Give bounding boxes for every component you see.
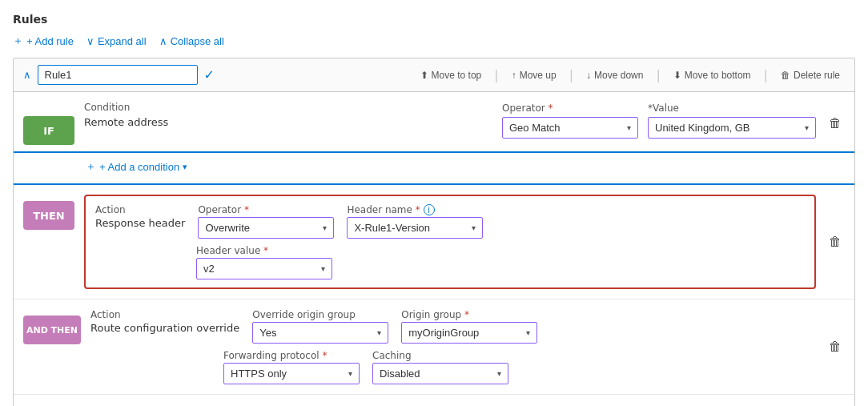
then-section: THEN Action Response header Operator * O… <box>14 185 854 299</box>
add-action-row: ＋ + Add an action ▾ <box>14 395 854 406</box>
origin-group-chevron: ▾ <box>526 328 530 337</box>
condition-value: Remote address <box>84 116 168 128</box>
if-section: IF Condition Remote address Operator * <box>14 92 854 153</box>
delete-and-then-button[interactable]: 🗑 <box>826 336 845 357</box>
move-to-top-icon: ⬆ <box>420 70 428 81</box>
move-to-top-button[interactable]: ⬆ Move to top <box>416 66 487 84</box>
override-origin-dropdown[interactable]: Yes ▾ <box>252 322 388 344</box>
delete-rule-icon: 🗑 <box>781 70 790 81</box>
move-to-bottom-icon: ⬇ <box>673 70 681 81</box>
plus-icon: ＋ <box>13 34 23 48</box>
operator-dropdown[interactable]: Geo Match ▾ <box>502 117 638 139</box>
delete-rule-button[interactable]: 🗑 Delete rule <box>776 66 845 84</box>
add-action-icon: ＋ <box>23 403 34 406</box>
and-then-badge: AND THEN <box>23 316 81 344</box>
operator-label: Operator * <box>502 103 553 114</box>
value-label: *Value <box>648 103 679 114</box>
header-name-label: Header name * <box>347 204 420 215</box>
override-origin-chevron: ▾ <box>377 328 381 337</box>
move-up-icon: ↑ <box>512 70 516 81</box>
add-action-button[interactable]: ＋ + Add an action <box>23 403 109 406</box>
if-badge: IF <box>23 116 74 145</box>
then-operator-chevron: ▾ <box>323 223 327 232</box>
add-rule-button[interactable]: ＋ + Add rule <box>13 34 74 48</box>
forwarding-protocol-label: Forwarding protocol * <box>223 350 360 361</box>
rule-card: ∧ ✓ ⬆ Move to top | ↑ Move up | ↓ Move d… <box>13 58 855 406</box>
page-title: Rules <box>13 13 855 26</box>
action-value: Response header <box>95 217 185 229</box>
and-then-action-value: Route configuration override <box>90 322 239 334</box>
value-dropdown-chevron: ▾ <box>805 123 809 132</box>
origin-group-dropdown[interactable]: myOriginGroup ▾ <box>401 322 537 344</box>
collapse-all-button[interactable]: ∧ Collapse all <box>159 35 224 47</box>
add-condition-row: ＋ + Add a condition ▾ <box>14 153 854 185</box>
origin-group-label: Origin group * <box>401 309 537 320</box>
collapse-icon: ∧ <box>159 35 167 47</box>
rule-body: IF Condition Remote address Operator * <box>14 92 854 406</box>
caching-chevron: ▾ <box>497 369 501 378</box>
and-then-section: AND THEN Action Route configuration over… <box>14 299 854 395</box>
header-name-chevron: ▾ <box>472 223 476 232</box>
delete-if-section-button[interactable]: 🗑 <box>826 113 845 134</box>
action-label: Action <box>95 204 185 215</box>
rule-name-input[interactable] <box>38 65 198 85</box>
then-operator-dropdown[interactable]: Overwrite ▾ <box>198 217 334 239</box>
page-container: Rules ＋ + Add rule ∨ Expand all ∧ Collap… <box>13 13 855 406</box>
header-value-label: Header value * <box>196 245 332 256</box>
collapse-rule-icon[interactable]: ∧ <box>23 69 31 81</box>
move-down-icon: ↓ <box>586 70 591 81</box>
then-badge: THEN <box>23 201 74 230</box>
then-operator-label: Operator * <box>198 204 334 215</box>
rule-header: ∧ ✓ ⬆ Move to top | ↑ Move up | ↓ Move d… <box>14 58 854 92</box>
header-name-dropdown[interactable]: X-Rule1-Version ▾ <box>347 217 483 239</box>
header-name-info-icon[interactable]: i <box>424 204 435 215</box>
then-highlighted-box: Action Response header Operator * Overwr… <box>84 195 816 289</box>
add-condition-button[interactable]: ＋ + Add a condition <box>86 159 179 174</box>
and-then-action-label: Action <box>90 309 239 320</box>
header-value-dropdown[interactable]: v2 ▾ <box>196 258 332 279</box>
confirm-rule-name-icon[interactable]: ✓ <box>204 67 215 82</box>
header-value-chevron: ▾ <box>321 264 325 273</box>
add-condition-chevron: ▾ <box>183 162 187 172</box>
move-up-button[interactable]: ↑ Move up <box>507 66 561 84</box>
add-condition-icon: ＋ <box>86 159 96 174</box>
toolbar: ＋ + Add rule ∨ Expand all ∧ Collapse all <box>13 34 855 48</box>
operator-dropdown-chevron: ▾ <box>627 123 631 132</box>
value-dropdown[interactable]: United Kingdom, GB ▾ <box>648 117 816 139</box>
expand-all-button[interactable]: ∨ Expand all <box>86 35 147 47</box>
expand-icon: ∨ <box>86 35 94 47</box>
forwarding-protocol-dropdown[interactable]: HTTPS only ▾ <box>223 363 360 384</box>
forwarding-protocol-chevron: ▾ <box>348 369 352 378</box>
override-origin-label: Override origin group <box>252 309 388 320</box>
move-to-bottom-button[interactable]: ⬇ Move to bottom <box>669 66 756 84</box>
condition-label: Condition <box>84 102 130 113</box>
caching-dropdown[interactable]: Disabled ▾ <box>372 363 508 384</box>
delete-then-section-button[interactable]: 🗑 <box>826 231 845 252</box>
move-down-button[interactable]: ↓ Move down <box>581 66 648 84</box>
caching-label: Caching <box>372 350 508 361</box>
